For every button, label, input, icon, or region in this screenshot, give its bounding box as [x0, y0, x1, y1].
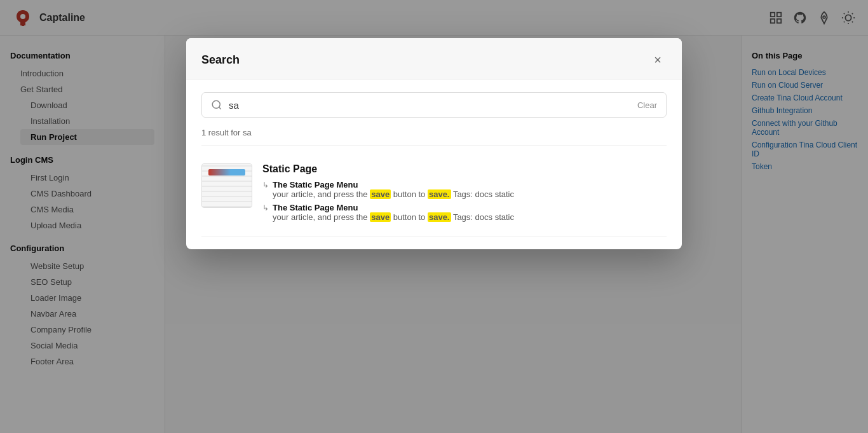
result-match-text-0-1: The Static Page Menu your article, and p… — [273, 203, 514, 222]
match-text-mid-0-0: button to — [391, 189, 428, 199]
modal-body: Clear 1 result for sa Static Page ↳ — [186, 79, 682, 249]
match-arrow-1: ↳ — [262, 203, 269, 212]
search-icon — [211, 99, 222, 111]
match-text-after-0-0: Tags: docs static — [451, 189, 514, 199]
highlight-1-0-1: save — [370, 212, 391, 222]
modal-header: Search × — [186, 38, 682, 79]
match-section-0-1: The Static Page Menu — [273, 203, 358, 212]
search-input-row: Clear — [201, 92, 667, 118]
result-count: 1 result for sa — [201, 128, 667, 146]
highlight-1-0-0: save — [370, 189, 391, 199]
highlight-2-0-1: save. — [428, 212, 451, 222]
modal-title: Search — [201, 53, 240, 67]
thumb-bar — [208, 169, 245, 175]
match-text-after-0-1: Tags: docs static — [451, 212, 514, 222]
svg-line-16 — [219, 107, 220, 109]
match-arrow-0: ↳ — [262, 181, 269, 189]
result-content-0: Static Page ↳ The Static Page Menu your … — [262, 163, 667, 226]
match-section-0-0: The Static Page Menu — [273, 180, 358, 189]
match-text-before-0-1: your article, and press the — [273, 212, 370, 222]
search-result-0: Static Page ↳ The Static Page Menu your … — [201, 153, 667, 237]
modal-overlay[interactable]: Search × Clear 1 result for sa — [0, 0, 868, 433]
highlight-2-0-0: save. — [428, 189, 451, 199]
result-match-0-0: ↳ The Static Page Menu your article, and… — [262, 180, 667, 199]
thumb-inner — [202, 164, 252, 207]
result-title-0[interactable]: Static Page — [262, 163, 667, 175]
modal-close-button[interactable]: × — [649, 51, 667, 69]
search-modal: Search × Clear 1 result for sa — [186, 38, 682, 249]
svg-point-15 — [212, 100, 220, 108]
search-input[interactable] — [229, 100, 631, 111]
result-match-text-0-0: The Static Page Menu your article, and p… — [273, 180, 514, 199]
result-thumbnail — [201, 163, 252, 208]
match-text-mid-0-1: button to — [391, 212, 428, 222]
match-text-before-0-0: your article, and press the — [273, 189, 370, 199]
clear-button[interactable]: Clear — [637, 100, 657, 110]
result-match-0-1: ↳ The Static Page Menu your article, and… — [262, 203, 667, 222]
